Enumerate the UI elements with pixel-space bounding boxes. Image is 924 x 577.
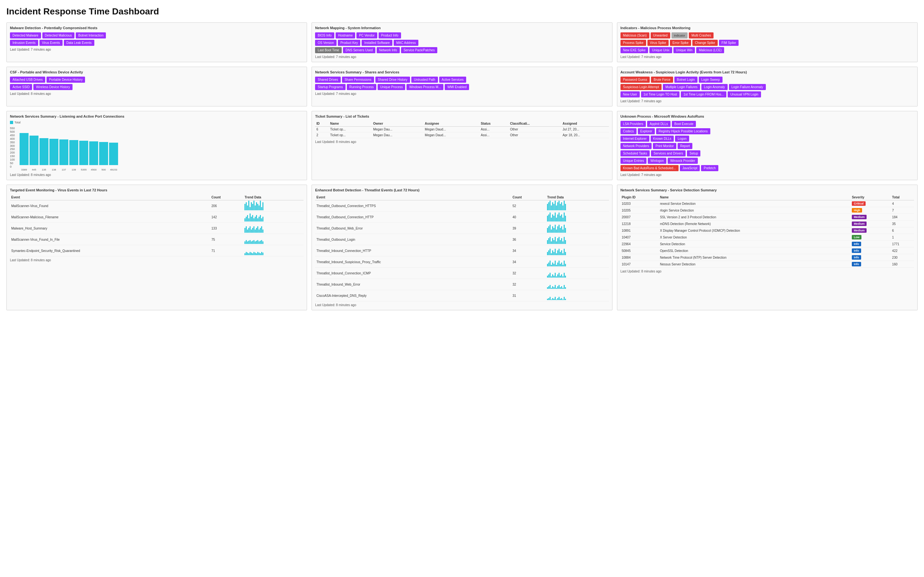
severity-badge: Info <box>852 262 861 266</box>
active-services-btn[interactable]: Active Services <box>439 77 466 83</box>
password-guess-btn[interactable]: Password Guess <box>620 77 650 83</box>
list-item: Threatlist_Inbound_Web_Error32 <box>315 279 609 290</box>
known-bad-autoruns-btn[interactable]: Known Bad AutoRuns & Scheduled... <box>620 165 678 171</box>
bar-item <box>39 138 48 165</box>
detected-malicious-btn[interactable]: Detected Malicious <box>42 32 74 39</box>
botnet-login-btn[interactable]: Botnet Login <box>674 77 698 83</box>
shares-row2: Startup Programs Running Process Unique … <box>315 84 609 90</box>
hostname-btn[interactable]: Hostname <box>336 32 355 39</box>
winlogon-btn[interactable]: Winlogon <box>648 158 666 164</box>
bios-info-btn[interactable]: BIOS Info <box>315 32 334 39</box>
windows-process-btn[interactable]: Windows Process M... <box>407 84 443 90</box>
product-info-btn[interactable]: Product Info <box>379 32 401 39</box>
unwanted-btn[interactable]: Unwanted <box>651 32 670 39</box>
network-providers-btn[interactable]: Network Providers <box>620 143 652 149</box>
unique-unix-btn[interactable]: Unique Unix <box>649 47 672 53</box>
active-ssid-btn[interactable]: Active SSID <box>10 84 32 90</box>
service-detection-body: 10203rexecd Service DetectionCritical410… <box>620 200 914 268</box>
login-failure-anomaly-btn[interactable]: Login Failure Anomaly <box>729 84 766 90</box>
explorer-btn[interactable]: Explorer <box>638 128 655 134</box>
suspicious-login-btn[interactable]: Suspicious Login Attempt <box>620 84 662 90</box>
login-sweep-btn[interactable]: Login Sweep <box>699 77 722 83</box>
ticket-last-updated: Last Updated: 8 minutes ago <box>315 140 609 143</box>
shared-drive-history-btn[interactable]: Shared Drive History <box>375 77 410 83</box>
share-permissions-btn[interactable]: Share Permissions <box>342 77 374 83</box>
appinit-dlls-btn[interactable]: Applnit DLLs <box>647 121 670 127</box>
wmi-enabled-btn[interactable]: WMI Enabled <box>445 84 469 90</box>
botnet-interaction-btn[interactable]: Botnet Interaction <box>76 32 106 39</box>
installed-software-btn[interactable]: Installed Software <box>362 40 393 46</box>
startup-programs-btn[interactable]: Startup Programs <box>315 84 345 90</box>
unusual-vpn-btn[interactable]: Unusual VPN Login <box>728 91 761 97</box>
virus-events-last-updated: Last Updated: 8 minutes ago <box>10 258 304 262</box>
new-exe-spike-btn[interactable]: New EXE Spike <box>620 47 648 53</box>
malicious-scan-btn[interactable]: Malicious (Scan) <box>620 32 649 39</box>
os-version-btn[interactable]: OS Version <box>315 40 336 46</box>
port-connections-panel: Network Services Summary - Listening and… <box>6 111 307 180</box>
process-spike-btn[interactable]: Process Spike <box>620 40 646 46</box>
last-boot-time-btn[interactable]: Last Boot Time <box>315 47 342 53</box>
multiple-login-failures-btn[interactable]: Multiple Login Failures <box>663 84 700 90</box>
dashboard-grid: Malware Detection - Potentially Compromi… <box>6 23 918 310</box>
untrusted-path-btn[interactable]: Untrusted Path <box>411 77 438 83</box>
change-spike-btn[interactable]: Change Spike <box>692 40 718 46</box>
internet-explorer-btn[interactable]: Internet Explorer <box>620 135 649 142</box>
lsa-providers-btn[interactable]: LSA Providers <box>620 121 646 127</box>
pc-vendor-btn[interactable]: PC Vendor <box>357 32 377 39</box>
unique-process-btn[interactable]: Unique Process <box>378 84 405 90</box>
login-anomaly-btn[interactable]: Login Anomaly <box>701 84 728 90</box>
indicator-btn[interactable]: Indicator <box>672 32 688 39</box>
boot-execute-btn[interactable]: Boot Execute <box>672 121 696 127</box>
scheduled-tasks-btn[interactable]: Scheduled Tasks <box>620 150 650 156</box>
setup-btn[interactable]: Setup <box>687 150 700 156</box>
bar-item <box>49 139 58 165</box>
bar-x-label: 137 <box>59 168 68 171</box>
malicious-lce-btn[interactable]: Malicious (LCE) <box>696 47 724 53</box>
col-assigned: Assigned <box>561 121 609 127</box>
botnet-table-header: Event Count Trend Data <box>315 195 609 200</box>
data-leak-events-btn[interactable]: Data Leak Events <box>64 40 94 46</box>
botnet-detection-title: Enhanced Botnet Detection - Threatlist E… <box>315 188 609 192</box>
running-process-btn[interactable]: Running Process <box>347 84 376 90</box>
wireless-device-history-btn[interactable]: Wireless Device History <box>33 84 73 90</box>
winsock-provider-btn[interactable]: Winsock Provider <box>668 158 698 164</box>
first-time-login-to-btn[interactable]: 1st Time Login TO Host <box>641 91 680 97</box>
new-user-btn[interactable]: New User <box>620 91 640 97</box>
detected-malware-btn[interactable]: Detected Malware <box>10 32 41 39</box>
network-services-shares-panel: Network Services Summary - Shares and Se… <box>312 67 612 106</box>
port-connections-title: Network Services Summary - Listening and… <box>10 114 304 118</box>
unique-entries-btn[interactable]: Unique Entries <box>620 158 647 164</box>
prefetch-btn[interactable]: Prefetch <box>701 165 718 171</box>
virus-spike-btn[interactable]: Virus Spike <box>648 40 669 46</box>
malware-detection-panel: Malware Detection - Potentially Compromi… <box>6 23 307 62</box>
virus-events-btn[interactable]: Virus Events <box>39 40 63 46</box>
network-info-btn[interactable]: Network Info <box>376 47 400 53</box>
logon-btn[interactable]: Logon <box>675 135 689 142</box>
services-drivers-btn[interactable]: Services and Drivers <box>651 150 686 156</box>
codecs-btn[interactable]: Codecs <box>620 128 636 134</box>
product-key-btn[interactable]: Product Key <box>338 40 360 46</box>
portable-device-history-btn[interactable]: Portable Device History <box>47 77 85 83</box>
virus-events-panel: Targeted Event Monitoring - Virus Events… <box>6 185 307 310</box>
attached-usb-btn[interactable]: Attached USB Drives <box>10 77 45 83</box>
intrusion-events-btn[interactable]: Intrusion Events <box>10 40 38 46</box>
brute-force-btn[interactable]: Brute Force <box>651 77 673 83</box>
account-row1: Password Guess Brute Force Botnet Login … <box>620 77 914 83</box>
javascript-btn[interactable]: JavaScript <box>680 165 700 171</box>
report-btn[interactable]: Report <box>678 143 692 149</box>
registry-hijack-btn[interactable]: Registry Hijack Possible Locations <box>656 128 710 134</box>
port-connections-last-updated: Last Updated: 8 minutes ago <box>10 173 304 177</box>
mac-address-btn[interactable]: MAC Address <box>394 40 418 46</box>
dns-servers-btn[interactable]: DNS Servers Used <box>343 47 375 53</box>
unique-win-btn[interactable]: Unique Win <box>674 47 695 53</box>
error-spike-btn[interactable]: Error Spike <box>670 40 691 46</box>
shared-drives-btn[interactable]: Shared Drives <box>315 77 341 83</box>
service-pack-btn[interactable]: Service Pack/Patches <box>401 47 437 53</box>
fim-spike-btn[interactable]: FIM Spike <box>719 40 738 46</box>
list-item: MailScanner-Malicious_Filename142 <box>10 211 304 223</box>
known-dlls-btn[interactable]: Known DLLs <box>651 135 674 142</box>
first-time-login-from-btn[interactable]: 1st Time Login FROM Hos... <box>681 91 726 97</box>
list-item: Malware_Host_Summary133 <box>10 223 304 234</box>
print-monitor-btn[interactable]: Print Monitor <box>653 143 676 149</box>
multi-crashes-btn[interactable]: Multi Crashes <box>689 32 714 39</box>
